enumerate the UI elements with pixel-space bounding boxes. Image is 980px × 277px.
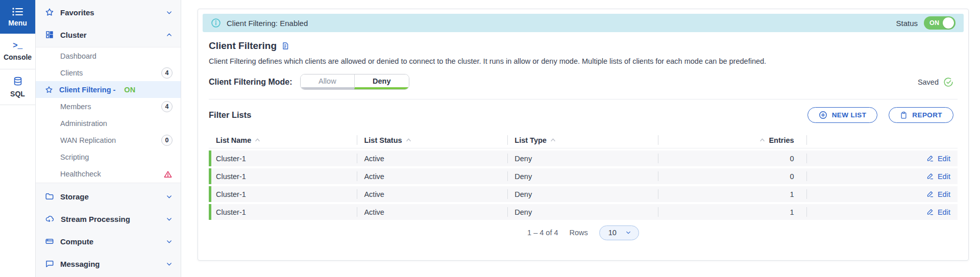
cloud-sync-icon	[45, 214, 55, 223]
star-icon[interactable]	[45, 86, 53, 94]
pencil-icon	[926, 155, 934, 162]
column-header-list-name[interactable]: List Name	[209, 132, 357, 148]
sidebar-item-wan-replication[interactable]: WAN Replication 0	[36, 132, 181, 149]
section-divider	[209, 99, 958, 99]
page-description: Client Filtering defines which clients a…	[209, 57, 958, 65]
sidebar-item-clients[interactable]: Clients 4	[36, 64, 181, 81]
list-name-cell: Cluster-1	[209, 204, 357, 220]
list-status-cell: Active	[357, 168, 507, 184]
plus-circle-icon	[819, 111, 827, 119]
list-name-cell: Cluster-1	[209, 186, 357, 202]
mode-label: Client Filtering Mode:	[209, 78, 292, 87]
report-button[interactable]: REPORT	[889, 107, 953, 123]
warning-icon	[163, 170, 173, 179]
console-button[interactable]: >_ Console	[0, 34, 35, 69]
column-header-list-status[interactable]: List Status	[357, 132, 507, 148]
terminal-icon: >_	[13, 41, 22, 51]
column-header-list-type[interactable]: List Type	[507, 132, 658, 148]
chevron-down-icon	[166, 238, 173, 245]
sql-label: SQL	[10, 90, 25, 98]
sidebar-item-healthcheck[interactable]: Healthcheck	[36, 166, 181, 183]
count-badge: 4	[161, 67, 173, 79]
table-row[interactable]: Cluster-1 Active Deny 0 Edit	[209, 150, 958, 166]
list-type-cell: Deny	[507, 204, 658, 220]
documentation-icon[interactable]	[281, 41, 289, 51]
sidebar-item-label: Stream Processing	[61, 215, 130, 223]
filter-lists-table: List Name List Status List Type Entries	[209, 132, 958, 220]
edit-button[interactable]: Edit	[926, 172, 950, 181]
sidebar-item-favorites[interactable]: Favorites	[36, 1, 181, 23]
table-row[interactable]: Cluster-1 Active Deny 1 Edit	[209, 186, 958, 202]
client-filtering-panel: Client Filtering: Enabled Status ON Clie…	[198, 9, 969, 261]
new-list-button[interactable]: NEW LIST	[807, 107, 878, 123]
on-status-text: ON	[124, 86, 135, 94]
entries-cell: 1	[658, 186, 806, 202]
sidebar-item-label: Administration	[60, 119, 107, 128]
saved-indicator: Saved	[918, 77, 958, 87]
sidebar-item-stream-processing[interactable]: Stream Processing	[36, 208, 181, 230]
toggle-state-text: ON	[929, 19, 939, 27]
list-type-cell: Deny	[507, 186, 658, 202]
list-name-cell: Cluster-1	[209, 168, 357, 184]
menu-button[interactable]: Menu	[0, 0, 35, 34]
table-row[interactable]: Cluster-1 Active Deny 1 Edit	[209, 204, 958, 220]
status-toggle[interactable]: ON	[924, 16, 955, 30]
sidebar-item-label: Scripting	[60, 153, 89, 161]
sidebar-item-label: Compute	[60, 237, 93, 246]
toggle-knob	[943, 17, 954, 29]
star-icon	[45, 8, 54, 17]
sidebar-item-cluster[interactable]: Cluster	[36, 23, 181, 46]
table-header-row: List Name List Status List Type Entries	[209, 132, 958, 148]
sql-button[interactable]: SQL	[0, 69, 35, 105]
sidebar-item-messaging[interactable]: Messaging	[36, 253, 181, 275]
table-row[interactable]: Cluster-1 Active Deny 0 Edit	[209, 168, 958, 184]
deny-option[interactable]: Deny	[354, 74, 409, 89]
edit-button[interactable]: Edit	[926, 155, 950, 163]
saved-label: Saved	[918, 78, 939, 86]
chevron-up-icon	[166, 32, 173, 38]
chevron-down-icon	[625, 230, 632, 235]
sidebar-item-client-filtering[interactable]: Client Filtering - ON	[36, 81, 181, 98]
sidebar-item-compute[interactable]: Compute	[36, 230, 181, 253]
sidebar: Favorites Cluster Dashboard Clients 4 Cl…	[36, 0, 181, 277]
sidebar-item-scripting[interactable]: Scripting	[36, 149, 181, 166]
edit-button[interactable]: Edit	[926, 190, 950, 198]
info-icon	[211, 18, 221, 28]
list-status-cell: Active	[357, 204, 507, 220]
sidebar-item-label: Dashboard	[60, 52, 96, 60]
page-title: Client Filtering	[209, 40, 277, 52]
edit-button[interactable]: Edit	[926, 208, 950, 216]
entries-cell: 0	[658, 150, 806, 166]
pencil-icon	[926, 208, 934, 216]
folder-icon	[45, 192, 54, 201]
pagination: 1 – 4 of 4 Rows 10	[209, 220, 958, 245]
mode-row: Client Filtering Mode: Allow Deny Saved	[209, 74, 958, 90]
list-status-cell: Active	[357, 150, 507, 166]
rows-per-page-select[interactable]: 10	[599, 225, 639, 240]
count-badge: 0	[161, 135, 173, 146]
sidebar-bottom-group: Storage Stream Processing Compute	[36, 183, 181, 277]
status-banner: Client Filtering: Enabled Status ON	[203, 14, 964, 32]
sidebar-item-label: Messaging	[60, 260, 100, 268]
list-status-cell: Active	[357, 186, 507, 202]
sidebar-item-label: WAN Replication	[60, 136, 116, 144]
chevron-down-icon	[166, 193, 173, 200]
sidebar-item-label: Clients	[60, 69, 83, 77]
sidebar-item-administration[interactable]: Administration	[36, 115, 181, 132]
app-rail: Menu >_ Console SQL	[0, 0, 36, 277]
sidebar-item-members[interactable]: Members 4	[36, 98, 181, 115]
column-header-entries[interactable]: Entries	[658, 132, 806, 148]
sort-caret-icon	[550, 138, 556, 142]
entries-cell: 1	[658, 204, 806, 220]
cluster-grid-icon	[45, 30, 54, 39]
list-type-cell: Deny	[507, 168, 658, 184]
sort-caret-icon	[406, 138, 411, 142]
main-area: Client Filtering: Enabled Status ON Clie…	[181, 0, 980, 277]
sidebar-item-storage[interactable]: Storage	[36, 185, 181, 208]
chevron-down-icon	[166, 261, 173, 267]
filter-lists-header: Filter Lists NEW LIST REPORT	[209, 107, 958, 123]
sidebar-item-dashboard[interactable]: Dashboard	[36, 47, 181, 64]
pencil-icon	[926, 172, 934, 180]
allow-option[interactable]: Allow	[301, 74, 355, 89]
status-label: Status	[896, 19, 918, 28]
